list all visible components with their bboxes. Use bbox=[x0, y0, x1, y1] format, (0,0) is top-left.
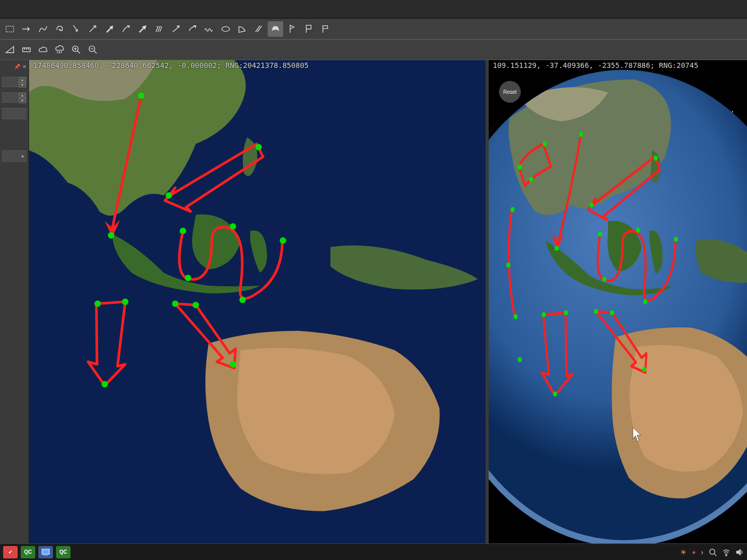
globe-view[interactable]: 109.151129, -37.409366, -2355.787886; RN… bbox=[489, 60, 747, 543]
arrow-down-tool[interactable] bbox=[68, 21, 84, 37]
taskbar-app-qc-1[interactable]: QC bbox=[21, 546, 35, 558]
chevron-right-icon[interactable]: › bbox=[701, 548, 703, 556]
triangle-tool[interactable] bbox=[2, 42, 18, 58]
zoom-out-tool[interactable] bbox=[85, 42, 101, 58]
svg-point-9 bbox=[165, 192, 172, 199]
sector-tool[interactable] bbox=[234, 21, 250, 37]
wifi-icon[interactable] bbox=[722, 548, 730, 556]
dropdown-1[interactable] bbox=[2, 150, 26, 162]
svg-point-55 bbox=[710, 549, 715, 554]
system-tray: ☀ ● › bbox=[680, 548, 744, 556]
measure-tool[interactable] bbox=[19, 42, 34, 58]
svg-point-16 bbox=[122, 299, 128, 305]
spin-up-icon[interactable]: ▲ bbox=[19, 77, 26, 82]
taskbar-app-sys[interactable] bbox=[38, 546, 53, 558]
primary-toolbar bbox=[0, 19, 747, 39]
properties-panel: 📌 ✕ ▲▼ ▲▼ bbox=[0, 60, 29, 543]
taskbar: ✔ QC QC ☀ ● › bbox=[0, 543, 747, 560]
arrow-curved-1-tool[interactable] bbox=[118, 21, 134, 37]
spin-down-icon[interactable]: ▼ bbox=[19, 98, 26, 103]
arrow-curved-3-tool[interactable] bbox=[185, 21, 200, 37]
svg-point-45 bbox=[514, 314, 518, 319]
taskbar-app-1[interactable]: ✔ bbox=[3, 546, 18, 558]
svg-point-41 bbox=[643, 299, 647, 304]
svg-rect-54 bbox=[44, 555, 48, 556]
svg-point-48 bbox=[564, 310, 568, 315]
spin-up-icon[interactable]: ▲ bbox=[19, 93, 26, 98]
svg-point-37 bbox=[589, 203, 593, 208]
spin-down-icon[interactable]: ▼ bbox=[19, 82, 26, 88]
curve-s-tool[interactable] bbox=[35, 21, 51, 37]
svg-point-49 bbox=[553, 391, 557, 397]
svg-point-36 bbox=[654, 156, 658, 161]
arrow-filled-tool[interactable] bbox=[102, 21, 117, 37]
svg-point-39 bbox=[602, 277, 606, 282]
svg-point-50 bbox=[594, 309, 598, 314]
menubar bbox=[0, 0, 747, 19]
flag-square-tool[interactable] bbox=[317, 21, 333, 37]
svg-point-13 bbox=[239, 297, 245, 303]
workspace: 📌 ✕ ▲▼ ▲▼ 17486490.858460, -228640.66254… bbox=[0, 60, 747, 543]
multi-arrow-tool[interactable] bbox=[151, 21, 167, 37]
sun-icon[interactable]: ☀ bbox=[680, 548, 687, 556]
svg-point-12 bbox=[230, 223, 236, 229]
wave-tool[interactable] bbox=[201, 21, 217, 37]
zoom-in-tool[interactable] bbox=[68, 42, 84, 58]
flag-rect-tool[interactable] bbox=[301, 21, 316, 37]
svg-point-7 bbox=[108, 232, 114, 239]
svg-point-46 bbox=[518, 357, 522, 362]
svg-point-35 bbox=[555, 246, 559, 251]
svg-point-47 bbox=[542, 312, 546, 317]
svg-point-52 bbox=[642, 367, 646, 372]
svg-point-20 bbox=[230, 361, 236, 367]
panel-header: 📌 ✕ bbox=[0, 60, 29, 73]
svg-rect-53 bbox=[42, 549, 49, 554]
svg-point-31 bbox=[518, 164, 522, 170]
svg-point-40 bbox=[636, 228, 640, 233]
svg-point-11 bbox=[185, 275, 191, 281]
spinner-input-2[interactable]: ▲▼ bbox=[2, 92, 26, 103]
cloud-tool[interactable] bbox=[35, 42, 51, 58]
svg-point-33 bbox=[543, 142, 547, 147]
arrow-diag-tool[interactable] bbox=[85, 21, 101, 37]
svg-point-8 bbox=[255, 144, 261, 150]
loop-tool[interactable] bbox=[52, 21, 67, 37]
secondary-toolbar bbox=[0, 39, 747, 60]
rain-tool[interactable] bbox=[52, 42, 67, 58]
svg-point-6 bbox=[138, 92, 144, 99]
arrow-tool[interactable] bbox=[19, 21, 34, 37]
svg-point-10 bbox=[179, 228, 186, 234]
flat-map-view[interactable]: 17486490.858460, -228640.662542, -0.0000… bbox=[29, 60, 486, 543]
flag-triangle-tool[interactable] bbox=[284, 21, 300, 37]
arrow-curved-2-tool[interactable] bbox=[168, 21, 184, 37]
svg-point-19 bbox=[192, 302, 199, 308]
spinner-input-1[interactable]: ▲▼ bbox=[2, 77, 26, 87]
svg-point-44 bbox=[506, 262, 510, 268]
svg-point-51 bbox=[610, 310, 614, 315]
svg-point-43 bbox=[510, 207, 515, 212]
svg-point-14 bbox=[280, 237, 286, 244]
close-icon[interactable]: ✕ bbox=[22, 64, 26, 69]
svg-point-1 bbox=[222, 26, 230, 31]
svg-point-17 bbox=[102, 381, 108, 387]
svg-rect-0 bbox=[6, 26, 14, 32]
lines-tool[interactable] bbox=[251, 21, 267, 37]
pin-icon[interactable]: 📌 bbox=[14, 64, 20, 69]
ellipse-tool[interactable] bbox=[218, 21, 233, 37]
svg-point-18 bbox=[172, 301, 178, 307]
volume-icon[interactable] bbox=[736, 548, 744, 556]
record-icon[interactable]: ● bbox=[692, 549, 696, 556]
rect-select-tool[interactable] bbox=[2, 21, 18, 37]
search-icon[interactable] bbox=[709, 548, 717, 556]
taskbar-app-qc-2[interactable]: QC bbox=[56, 546, 71, 558]
view-container: 17486490.858460, -228640.662542, -0.0000… bbox=[29, 60, 747, 543]
fov-cone-tool[interactable] bbox=[268, 21, 283, 37]
svg-point-15 bbox=[94, 301, 101, 307]
svg-point-42 bbox=[674, 236, 678, 242]
svg-point-34 bbox=[579, 132, 583, 137]
reset-button[interactable]: Reset bbox=[499, 81, 521, 103]
text-input-1[interactable] bbox=[2, 108, 26, 119]
arrow-filled-diag-tool[interactable] bbox=[135, 21, 150, 37]
svg-point-56 bbox=[726, 555, 727, 556]
svg-point-32 bbox=[529, 177, 533, 182]
